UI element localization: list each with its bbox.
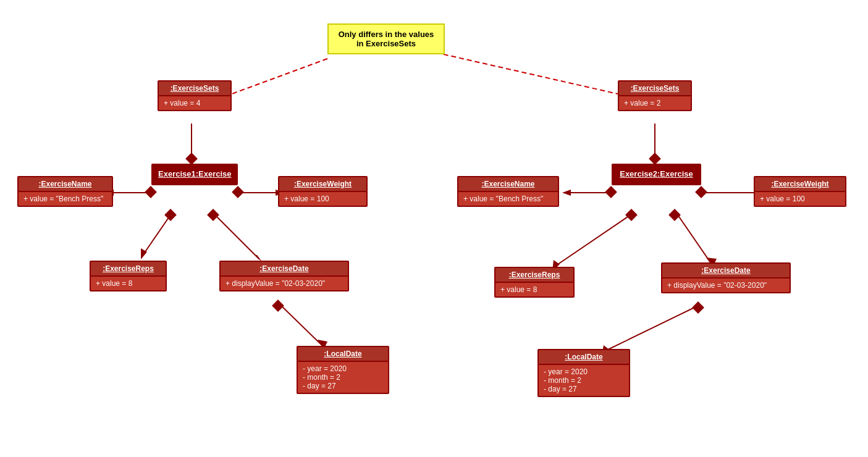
- left-exercise-header: Exercise1:Exercise: [153, 166, 236, 183]
- left-exercise-date-body: + displayValue = "02-03-2020": [221, 277, 348, 290]
- right-exercise-sets-box: :ExerciseSets + value = 2: [618, 80, 692, 111]
- annotation-text: Only differs in the values in ExerciseSe…: [339, 30, 434, 48]
- left-exercise-name-box: :ExerciseName + value = "Bench Press": [17, 176, 113, 207]
- left-exercise-reps-body: + value = 8: [91, 277, 166, 290]
- right-diamond-top: [649, 153, 661, 165]
- right-exercise-sets-body: + value = 2: [619, 96, 691, 110]
- left-exercise-date-header: :ExerciseDate: [221, 262, 348, 277]
- right-exercise-header: Exercise2:Exercise: [613, 166, 699, 183]
- diagram-container: Only differs in the values in ExerciseSe…: [0, 0, 868, 457]
- right-local-date-body: - year = 2020 - month = 2 - day = 27: [539, 365, 629, 396]
- svg-line-10: [213, 213, 259, 259]
- right-exercise-date-body: + displayValue = "02-03-2020": [662, 279, 790, 292]
- right-local-date-box: :LocalDate - year = 2020 - month = 2 - d…: [537, 349, 630, 397]
- right-exercise-weight-header: :ExerciseWeight: [755, 177, 845, 192]
- right-diamond-lower-right: [668, 209, 681, 221]
- left-exercise-sets-header: :ExerciseSets: [159, 82, 230, 96]
- svg-line-22: [676, 213, 710, 262]
- right-exercise-name-body: + value = "Bench Press": [458, 192, 558, 206]
- left-exercise-weight-body: + value = 100: [279, 192, 366, 206]
- left-exercise-weight-box: :ExerciseWeight + value = 100: [278, 176, 368, 207]
- right-exercise-reps-header: :ExerciseReps: [495, 268, 573, 283]
- svg-arrows: [0, 0, 868, 457]
- right-exercise-reps-body: + value = 8: [495, 283, 573, 296]
- svg-line-24: [605, 306, 698, 351]
- left-diamond-left: [145, 186, 157, 198]
- svg-marker-17: [562, 190, 571, 196]
- right-exercise-date-box: :ExerciseDate + displayValue = "02-03-20…: [661, 262, 791, 293]
- left-local-date-body: - year = 2020 - month = 2 - day = 27: [298, 362, 388, 393]
- svg-line-1: [436, 52, 639, 99]
- right-exercise-box: Exercise2:Exercise: [612, 164, 701, 185]
- left-local-date-header: :LocalDate: [298, 347, 388, 362]
- svg-marker-9: [141, 248, 147, 259]
- right-diamond-left: [605, 186, 617, 198]
- left-exercise-box: Exercise1:Exercise: [151, 164, 238, 185]
- left-diamond-right: [232, 186, 244, 198]
- left-exercise-weight-header: :ExerciseWeight: [279, 177, 366, 192]
- svg-line-8: [143, 213, 172, 254]
- right-diamond-date-bottom: [692, 301, 704, 314]
- right-exercise-sets-header: :ExerciseSets: [619, 82, 691, 96]
- right-exercise-weight-box: :ExerciseWeight + value = 100: [754, 176, 846, 207]
- left-exercise-reps-box: :ExerciseReps + value = 8: [90, 261, 167, 291]
- svg-line-20: [556, 213, 633, 266]
- left-diamond-lower-right: [207, 209, 219, 221]
- right-exercise-date-header: :ExerciseDate: [662, 264, 790, 279]
- left-exercise-sets-body: + value = 4: [159, 96, 230, 110]
- left-exercise-sets-box: :ExerciseSets + value = 4: [158, 80, 232, 111]
- left-diamond-date-bottom: [272, 300, 284, 312]
- left-diamond-lower-left: [164, 209, 177, 221]
- right-exercise-weight-body: + value = 100: [755, 192, 845, 206]
- right-diamond-right: [695, 186, 707, 198]
- right-diamond-lower-left: [625, 209, 638, 221]
- right-exercise-name-box: :ExerciseName + value = "Bench Press": [457, 176, 559, 207]
- right-local-date-header: :LocalDate: [539, 350, 629, 365]
- left-exercise-date-box: :ExerciseDate + displayValue = "02-03-20…: [219, 261, 349, 291]
- left-exercise-name-body: + value = "Bench Press": [19, 192, 112, 206]
- svg-line-12: [278, 303, 321, 345]
- left-exercise-reps-header: :ExerciseReps: [91, 262, 166, 277]
- left-exercise-name-header: :ExerciseName: [19, 177, 112, 192]
- left-diamond-top: [185, 153, 198, 165]
- annotation-box: Only differs in the values in ExerciseSe…: [327, 23, 445, 54]
- right-exercise-name-header: :ExerciseName: [458, 177, 558, 192]
- left-local-date-box: :LocalDate - year = 2020 - month = 2 - d…: [297, 346, 389, 394]
- right-exercise-reps-box: :ExerciseReps + value = 8: [494, 267, 575, 298]
